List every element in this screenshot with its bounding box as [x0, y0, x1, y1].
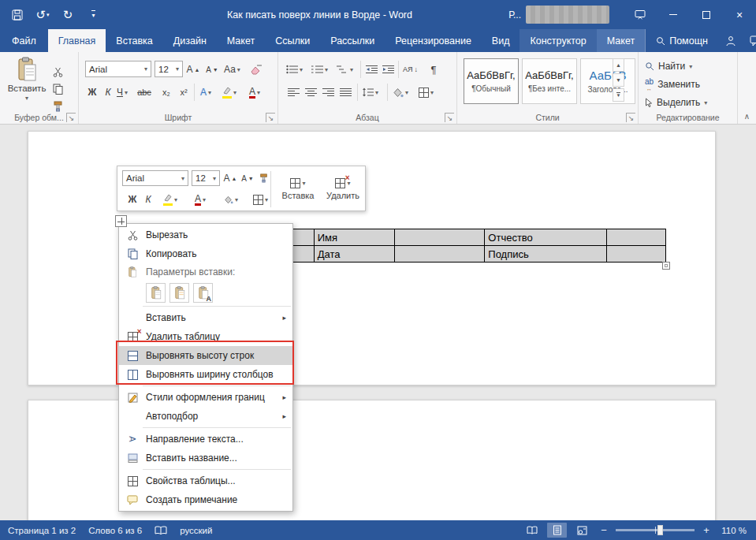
mini-grow-font-button[interactable]: А▲	[223, 169, 237, 187]
paste-button[interactable]: Вставить ▾	[8, 57, 46, 112]
sort-button[interactable]: АЯ↓	[403, 61, 418, 78]
align-right-button[interactable]	[321, 84, 335, 101]
justify-button[interactable]	[338, 84, 352, 101]
clear-formatting-button[interactable]	[249, 61, 263, 78]
increase-indent-button[interactable]	[381, 61, 395, 78]
web-layout-button[interactable]	[572, 523, 592, 538]
copy-button[interactable]	[50, 80, 65, 98]
font-color-button[interactable]: А▾	[248, 84, 262, 101]
zoom-slider[interactable]	[616, 529, 695, 531]
mini-delete-button[interactable]: ×▾ Удалить	[322, 169, 363, 209]
zoom-slider-thumb[interactable]	[657, 525, 663, 535]
proofing-book-icon[interactable]	[155, 526, 167, 535]
mini-borders-button[interactable]: ▾	[253, 191, 268, 208]
account-name[interactable]: Р...	[508, 9, 521, 20]
table-cell[interactable]	[395, 246, 486, 263]
tab-table-layout[interactable]: Макет	[597, 29, 645, 52]
tab-help-search[interactable]: Помощн	[645, 29, 718, 52]
style-normal[interactable]: АаБбВвГг, ¶Обычный	[464, 58, 519, 104]
paste-keep-source-button[interactable]	[146, 283, 166, 303]
line-spacing-button[interactable]: ▾	[362, 84, 378, 101]
menu-item-distribute-columns[interactable]: Выровнять ширину столбцов	[119, 365, 292, 384]
menu-item-insert-caption[interactable]: Вставить название...	[119, 449, 292, 467]
borders-button[interactable]: ▾	[419, 84, 434, 101]
style-no-spacing[interactable]: АаБбВвГг, ¶Без инте...	[522, 58, 577, 104]
superscript-button[interactable]: х²	[177, 84, 191, 101]
mini-bold-button[interactable]: Ж	[125, 191, 140, 208]
read-mode-button[interactable]	[522, 523, 542, 538]
change-case-button[interactable]: Аа▾	[224, 61, 240, 78]
italic-button[interactable]: К	[101, 84, 115, 101]
table-cell[interactable]: Отчество	[485, 229, 607, 246]
multilevel-list-button[interactable]: ▾	[337, 61, 353, 78]
menu-item-delete-table[interactable]: × Удалить таблицу	[119, 327, 292, 346]
shading-button[interactable]: ▾	[392, 84, 408, 101]
mini-font-size-combo[interactable]: 12▾	[192, 170, 220, 186]
paste-merge-formatting-button[interactable]	[169, 283, 189, 303]
tab-layout[interactable]: Макет	[217, 29, 265, 52]
bullets-button[interactable]: ▾	[286, 61, 303, 78]
menu-item-cut[interactable]: Вырезать	[119, 225, 292, 244]
collapse-ribbon-button[interactable]: ∧	[744, 112, 750, 121]
clipboard-dialog-launcher[interactable]: ↘	[66, 113, 76, 122]
styles-scroll-down[interactable]: ▼	[613, 73, 624, 87]
ribbon-display-options-button[interactable]	[624, 0, 657, 29]
redo-button[interactable]: ↻	[57, 5, 79, 25]
paragraph-dialog-launcher[interactable]: ↘	[445, 113, 454, 122]
print-layout-button[interactable]	[547, 523, 567, 538]
close-button[interactable]: ×	[723, 0, 756, 29]
mini-font-color-button[interactable]: А▾	[193, 191, 207, 208]
tab-file[interactable]: Файл	[0, 29, 48, 52]
grow-font-button[interactable]: А▲	[186, 61, 200, 78]
zoom-level[interactable]: 110 %	[718, 526, 747, 535]
zoom-in-button[interactable]: +	[700, 524, 713, 536]
decrease-indent-button[interactable]	[364, 61, 378, 78]
zoom-out-button[interactable]: −	[598, 524, 610, 536]
customize-qat-button[interactable]: ▾	[82, 5, 104, 25]
select-button[interactable]: Выделить▾	[645, 95, 707, 110]
undo-button[interactable]: ↺▾	[32, 5, 54, 25]
mini-shrink-font-button[interactable]: А▼	[240, 169, 255, 187]
paste-text-only-button[interactable]: А	[193, 283, 213, 303]
table-cell[interactable]: Дата	[315, 246, 395, 263]
menu-item-autofit[interactable]: Автоподбор ▸	[119, 407, 292, 426]
text-effects-button[interactable]: А▾	[199, 84, 213, 101]
bold-button[interactable]: Ж	[85, 84, 99, 101]
align-center-button[interactable]	[304, 84, 318, 101]
show-marks-button[interactable]: ¶	[426, 61, 441, 78]
tab-mailings[interactable]: Рассылки	[320, 29, 385, 52]
menu-item-paste[interactable]: Вставить ▸	[119, 308, 292, 327]
table-resize-handle[interactable]	[662, 262, 670, 270]
menu-item-text-direction[interactable]: А Направление текста...	[119, 430, 292, 449]
tab-references[interactable]: Ссылки	[265, 29, 320, 52]
mini-insert-button[interactable]: ▾ Вставка	[275, 169, 321, 209]
tab-table-design[interactable]: Конструктор	[520, 29, 596, 52]
style-heading1[interactable]: АаБбВ Заголово...	[580, 58, 635, 104]
tab-home[interactable]: Главная	[48, 29, 106, 52]
word-count[interactable]: Слово 6 из 6	[88, 526, 142, 535]
mini-highlight-button[interactable]: ▾	[163, 191, 177, 208]
styles-dialog-launcher[interactable]: ↘	[626, 113, 635, 122]
tab-view[interactable]: Вид	[482, 29, 520, 52]
font-family-combo[interactable]: Arial▾	[85, 61, 151, 77]
subscript-button[interactable]: х₂	[159, 84, 173, 101]
menu-item-table-properties[interactable]: Свойства таблицы...	[119, 471, 292, 490]
menu-item-copy[interactable]: Копировать	[119, 244, 292, 263]
table-cell[interactable]: Подпись	[485, 246, 607, 263]
font-dialog-launcher[interactable]: ↘	[266, 113, 275, 122]
replace-button[interactable]: ab↔ Заменить	[645, 76, 700, 92]
mini-shading-button[interactable]: ▾	[223, 191, 238, 208]
menu-item-border-styles[interactable]: Стили оформления границ ▸	[119, 388, 292, 407]
styles-scroll-up[interactable]: ▲	[613, 58, 624, 72]
cut-button[interactable]	[50, 63, 65, 80]
page-indicator[interactable]: Страница 1 из 2	[8, 526, 76, 535]
highlight-color-button[interactable]: ▾	[222, 84, 236, 101]
tab-insert[interactable]: Вставка	[106, 29, 162, 52]
shrink-font-button[interactable]: А▼	[205, 61, 219, 78]
strikethrough-button[interactable]: abc	[137, 84, 151, 101]
tab-review[interactable]: Рецензирование	[385, 29, 482, 52]
share-person-button[interactable]	[718, 29, 743, 52]
table-move-handle[interactable]	[115, 215, 127, 227]
tab-design[interactable]: Дизайн	[163, 29, 217, 52]
menu-item-distribute-rows[interactable]: Выровнять высоту строк	[119, 346, 292, 365]
